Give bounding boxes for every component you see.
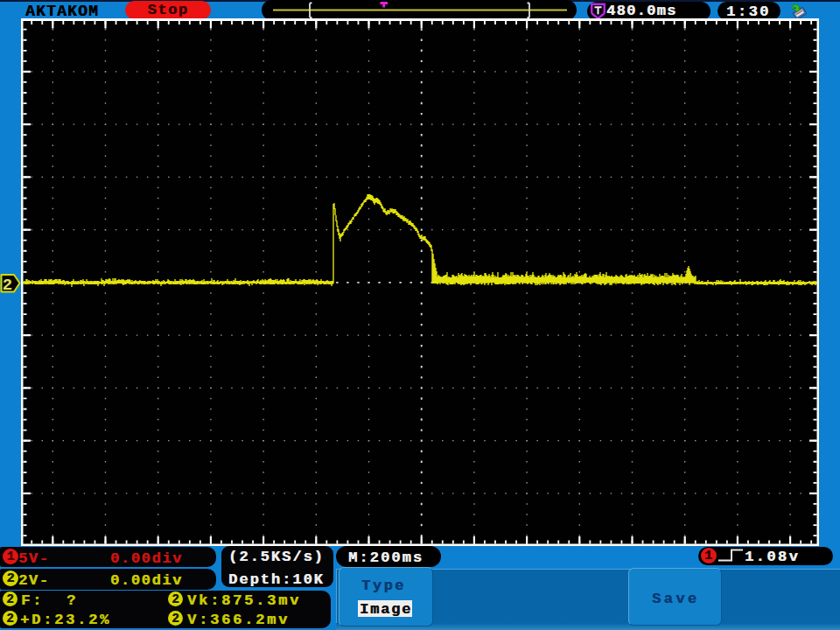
svg-text:2: 2	[3, 276, 12, 295]
